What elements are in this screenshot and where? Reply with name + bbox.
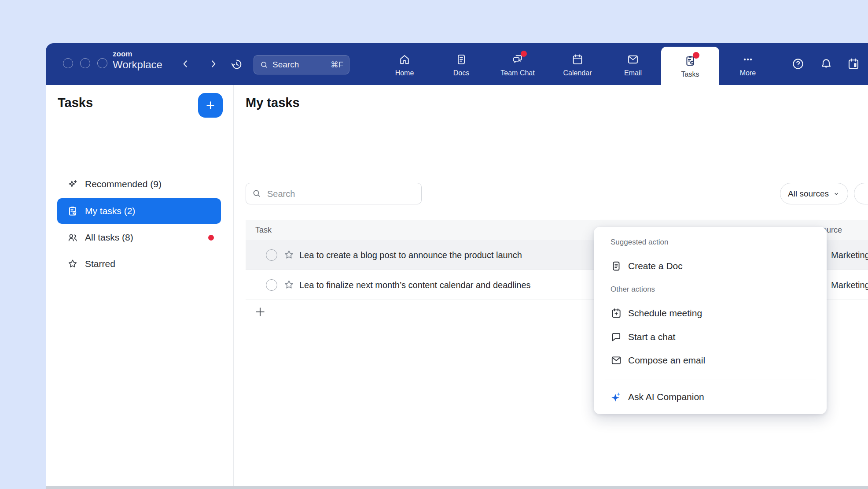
nav-item-team-chat[interactable]: Team Chat: [493, 43, 542, 85]
ai-companion-sparkle-icon: [611, 391, 622, 403]
search-icon: [252, 189, 261, 198]
menu-item-create-doc[interactable]: Create a Doc: [604, 256, 816, 276]
nav-label-docs: Docs: [453, 69, 469, 77]
star-icon: [67, 258, 78, 270]
add-task-inline-button[interactable]: [254, 306, 266, 318]
screen: zoom Workplace Search ⌘F: [0, 0, 868, 489]
clipped-filter-button[interactable]: [854, 183, 868, 204]
global-search[interactable]: Search ⌘F: [254, 55, 349, 74]
sidebar-item-label: All tasks (8): [85, 232, 133, 243]
tasks-search: [246, 183, 422, 204]
home-icon: [398, 53, 411, 66]
menu-divider: [605, 379, 816, 379]
window-bottom-edge: [46, 486, 868, 489]
menu-item-compose-email[interactable]: Compose an email: [604, 350, 816, 370]
sidebar-item-label: My tasks (2): [85, 206, 135, 216]
team-chat-icon: [511, 53, 524, 66]
nav-label-team-chat: Team Chat: [500, 69, 534, 77]
menu-item-label: Compose an email: [628, 355, 705, 366]
notifications-bell-icon[interactable]: [820, 57, 833, 70]
people-icon: [67, 232, 78, 243]
window-controls[interactable]: [63, 58, 107, 68]
window-control-zoom[interactable]: [97, 58, 107, 68]
nav-label-tasks: Tasks: [681, 70, 699, 78]
brand-zoom-text: zoom: [113, 50, 162, 58]
sidebar-item-all-tasks[interactable]: All tasks (8): [57, 225, 221, 250]
tasks-badge: [693, 52, 699, 59]
menu-item-ask-ai-companion[interactable]: Ask AI Companion: [604, 387, 816, 407]
docs-icon: [455, 53, 467, 66]
star-icon[interactable]: [283, 249, 295, 261]
nav-label-email: Email: [624, 69, 642, 77]
all-tasks-badge: [208, 235, 214, 241]
sidebar-item-label: Starred: [85, 259, 115, 269]
sidebar-item-label: Recommended (9): [85, 179, 162, 189]
task-complete-radio[interactable]: [266, 279, 277, 291]
menu-item-schedule-meeting[interactable]: Schedule meeting: [604, 303, 816, 323]
sources-filter-label: All sources: [788, 189, 829, 199]
sidebar-title: Tasks: [58, 96, 93, 110]
help-icon[interactable]: [791, 57, 805, 70]
task-title: Lea to finalize next month’s content cal…: [299, 280, 531, 290]
sparkle-icon: [67, 178, 78, 190]
sidebar-item-my-tasks[interactable]: My tasks (2): [57, 198, 221, 224]
task-complete-radio[interactable]: [266, 249, 277, 261]
nav-item-calendar[interactable]: Calendar: [553, 43, 602, 85]
nav-item-docs[interactable]: Docs: [437, 43, 485, 85]
menu-section-suggested: Suggested action: [611, 238, 668, 247]
nav-item-email[interactable]: Email: [609, 43, 657, 85]
star-icon[interactable]: [283, 279, 295, 291]
history-icon[interactable]: [230, 58, 243, 71]
tasks-sidebar: Tasks Recommended (9): [46, 85, 234, 486]
tasks-search-input[interactable]: [266, 183, 418, 205]
scheduler-calendar-icon[interactable]: [847, 57, 860, 70]
brand-workplace-text: Workplace: [113, 59, 162, 70]
nav-tab-tasks-active[interactable]: Tasks: [661, 47, 719, 85]
nav-item-more[interactable]: More: [724, 43, 772, 85]
menu-item-label: Ask AI Companion: [628, 392, 704, 402]
my-tasks-icon: [67, 205, 78, 217]
brand-logo: zoom Workplace: [113, 50, 162, 70]
global-search-label: Search: [272, 60, 331, 70]
page-title: My tasks: [246, 96, 300, 110]
global-search-shortcut: ⌘F: [331, 60, 343, 70]
team-chat-badge: [521, 51, 527, 57]
nav-label-more: More: [740, 69, 756, 77]
calendar-icon: [571, 53, 584, 66]
window-control-close[interactable]: [63, 58, 73, 68]
email-icon: [611, 355, 622, 366]
nav-label-home: Home: [395, 69, 414, 77]
menu-item-start-chat[interactable]: Start a chat: [604, 327, 816, 347]
more-icon: [742, 53, 754, 66]
top-navbar: zoom Workplace Search ⌘F: [46, 43, 868, 85]
menu-item-label: Create a Doc: [628, 261, 683, 271]
ai-actions-menu: Suggested action Create a Doc Other acti…: [594, 227, 827, 414]
source-value: Marketing: [831, 250, 868, 260]
nav-label-calendar: Calendar: [563, 69, 592, 77]
source-value: Marketing: [831, 280, 868, 290]
window-control-minimize[interactable]: [80, 58, 90, 68]
forward-chevron-icon[interactable]: [208, 58, 219, 70]
nav-item-home[interactable]: Home: [380, 43, 429, 85]
task-title: Lea to create a blog post to announce th…: [299, 250, 522, 260]
tasks-icon: [684, 55, 696, 67]
email-icon: [627, 53, 639, 66]
sidebar-item-starred[interactable]: Starred: [57, 251, 221, 277]
menu-section-other: Other actions: [611, 285, 655, 294]
back-chevron-icon[interactable]: [180, 58, 191, 70]
menu-item-label: Schedule meeting: [628, 308, 702, 319]
chat-bubble-icon: [611, 331, 622, 343]
doc-icon: [611, 260, 622, 272]
menu-item-label: Start a chat: [628, 332, 675, 342]
chevron-down-icon: [832, 190, 840, 198]
search-icon: [260, 60, 268, 69]
calendar-plus-icon: [611, 307, 622, 319]
sources-filter-button[interactable]: All sources: [780, 183, 848, 204]
column-header-task: Task: [255, 220, 272, 240]
sidebar-item-recommended[interactable]: Recommended (9): [57, 171, 221, 197]
add-task-button[interactable]: [198, 93, 223, 118]
